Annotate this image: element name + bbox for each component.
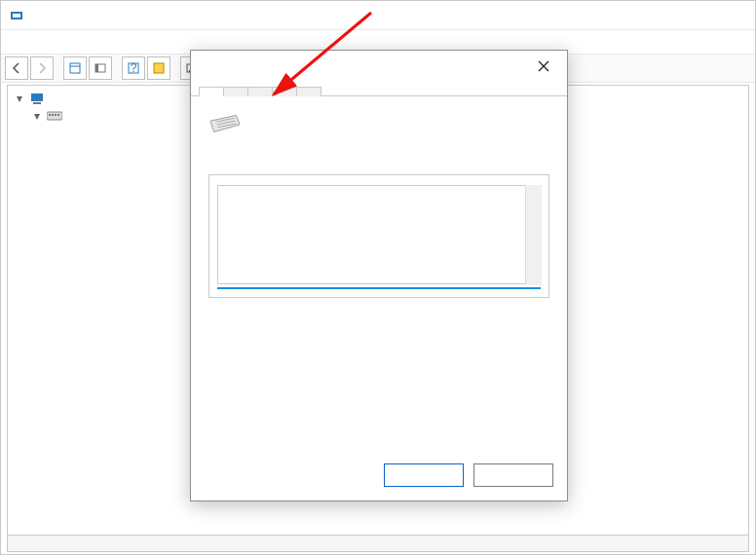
titlebar xyxy=(1,1,755,30)
chevron-down-icon[interactable]: ▾ xyxy=(14,92,25,104)
toolbar-btn-1[interactable] xyxy=(63,56,87,80)
keyboard-icon xyxy=(208,112,242,135)
device-manager-icon xyxy=(9,8,24,23)
device-manager-window: ? ▾ ▾ xyxy=(0,0,756,555)
chevron-down-icon[interactable]: ▾ xyxy=(31,110,43,122)
svg-rect-14 xyxy=(49,114,51,116)
properties-dialog: ▴ ▾ xyxy=(190,50,568,501)
dialog-buttons xyxy=(384,463,553,487)
svg-text:?: ? xyxy=(131,61,137,75)
dialog-close-button[interactable] xyxy=(530,53,557,80)
device-status-text[interactable] xyxy=(217,185,541,284)
close-button[interactable] xyxy=(704,2,747,29)
cancel-button[interactable] xyxy=(473,463,553,487)
toolbar-btn-4[interactable] xyxy=(147,56,170,80)
menu-view[interactable] xyxy=(42,40,57,44)
scroll-down-icon[interactable]: ▾ xyxy=(527,272,539,283)
svg-rect-17 xyxy=(57,114,59,116)
device-status-group: ▴ ▾ xyxy=(208,174,549,298)
svg-rect-12 xyxy=(33,102,41,104)
status-scroll: ▴ ▾ xyxy=(217,185,541,289)
forward-button[interactable] xyxy=(30,56,54,80)
svg-rect-8 xyxy=(154,63,164,73)
status-footer xyxy=(7,535,749,552)
minimize-button[interactable] xyxy=(619,2,662,29)
svg-rect-16 xyxy=(55,114,57,116)
tab-driver[interactable] xyxy=(223,87,248,96)
ok-button[interactable] xyxy=(384,463,464,487)
tab-resources[interactable] xyxy=(296,87,321,96)
dialog-titlebar xyxy=(191,51,567,82)
svg-rect-15 xyxy=(52,114,54,116)
dialog-tabs xyxy=(191,86,567,96)
maximize-button[interactable] xyxy=(662,2,704,29)
window-controls xyxy=(619,2,747,29)
back-button[interactable] xyxy=(5,56,28,80)
svg-rect-11 xyxy=(31,93,43,101)
tab-events[interactable] xyxy=(272,87,297,96)
tab-general[interactable] xyxy=(199,87,224,96)
menu-help[interactable] xyxy=(59,40,75,44)
scroll-up-icon[interactable]: ▴ xyxy=(527,187,539,199)
toolbar-btn-3[interactable]: ? xyxy=(122,56,145,80)
menu-action[interactable] xyxy=(24,40,40,44)
svg-rect-5 xyxy=(95,64,98,72)
svg-rect-1 xyxy=(13,14,20,18)
svg-rect-2 xyxy=(70,63,80,73)
keyboard-icon xyxy=(47,108,62,124)
tab-details[interactable] xyxy=(247,87,273,96)
menu-file[interactable] xyxy=(7,40,22,44)
toolbar-btn-2[interactable] xyxy=(89,56,112,80)
computer-icon xyxy=(29,91,45,106)
dialog-body: ▴ ▾ xyxy=(191,96,567,308)
